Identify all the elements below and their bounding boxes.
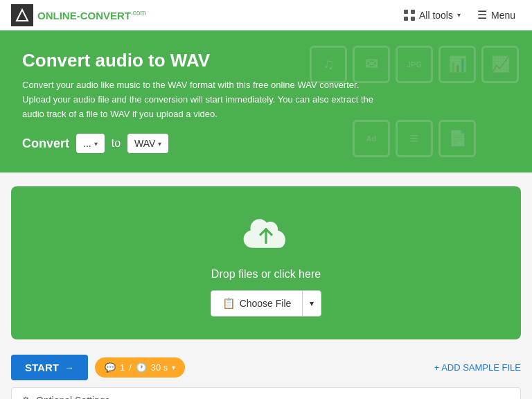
add-sample-file-button[interactable]: + ADD SAMPLE FILE	[434, 362, 521, 373]
info-pill-chevron-icon: ▾	[172, 364, 175, 371]
convert-label: Convert	[22, 136, 69, 151]
navbar: ONLINE-CONVERT.com All tools ▾ ☰ Menu	[0, 0, 532, 30]
start-button[interactable]: START →	[11, 355, 88, 380]
info-count: 1	[120, 362, 125, 373]
choose-file-wrapper: 📋 Choose File ▾	[211, 290, 322, 317]
upload-section: Drop files or click here 📋 Choose File ▾	[0, 172, 532, 348]
add-sample-label: + ADD SAMPLE FILE	[434, 362, 521, 373]
start-arrow-icon: →	[64, 362, 74, 373]
to-format-chevron-icon: ▾	[158, 140, 161, 148]
all-tools-button[interactable]: All tools ▾	[398, 7, 466, 24]
choose-file-chevron-icon: ▾	[310, 299, 314, 308]
info-pill[interactable]: 💬 1 / 🕐 30 s ▾	[95, 357, 185, 378]
svg-rect-2	[404, 10, 408, 14]
hero-description: Convert your audio like music to the WAV…	[22, 78, 382, 121]
optional-settings-panel: ⚙ Optional Settings	[11, 387, 521, 399]
clock-icon: 🕐	[136, 362, 147, 373]
start-label: START	[25, 362, 59, 373]
to-format-select[interactable]: WAV ▾	[127, 134, 168, 153]
drop-text: Drop files or click here	[211, 268, 321, 281]
menu-button[interactable]: ☰ Menu	[472, 6, 521, 24]
bottom-toolbar: START → 💬 1 / 🕐 30 s ▾ + ADD SAMPLE FILE	[0, 348, 532, 387]
file-icon: 📋	[222, 297, 236, 310]
from-format-chevron-icon: ▾	[94, 140, 98, 148]
hero-section: ♫ ✉ JPG 📊 📈 Ad ≡ 📄 Convert audio to WAV …	[0, 30, 532, 172]
all-tools-label: All tools	[419, 10, 453, 21]
choose-file-button[interactable]: 📋 Choose File	[211, 292, 303, 315]
upload-cloud-icon	[241, 216, 291, 260]
info-time: 30 s	[151, 362, 168, 373]
all-tools-chevron-icon: ▾	[457, 11, 461, 19]
to-format-value: WAV	[134, 138, 155, 149]
hero-title: Convert audio to WAV	[22, 50, 510, 71]
svg-rect-3	[411, 10, 415, 14]
gear-icon: ⚙	[21, 395, 30, 399]
logo: ONLINE-CONVERT.com	[11, 4, 146, 26]
optional-settings-header[interactable]: ⚙ Optional Settings	[12, 388, 520, 399]
upload-dropzone[interactable]: Drop files or click here 📋 Choose File ▾	[11, 186, 521, 339]
svg-rect-4	[404, 17, 408, 21]
from-format-value: ...	[83, 138, 91, 149]
logo-icon	[11, 4, 33, 26]
menu-label: Menu	[491, 10, 515, 21]
hamburger-icon: ☰	[477, 8, 487, 21]
optional-settings-label: Optional Settings	[36, 395, 110, 399]
chat-icon: 💬	[105, 362, 116, 373]
choose-file-dropdown-button[interactable]: ▾	[303, 293, 321, 314]
from-format-select[interactable]: ... ▾	[76, 134, 105, 153]
svg-rect-5	[411, 17, 415, 21]
to-label: to	[112, 137, 121, 150]
svg-marker-0	[17, 10, 28, 21]
convert-row: Convert ... ▾ to WAV ▾	[22, 134, 510, 153]
choose-file-label: Choose File	[240, 298, 292, 309]
logo-text: ONLINE-CONVERT.com	[37, 9, 146, 21]
